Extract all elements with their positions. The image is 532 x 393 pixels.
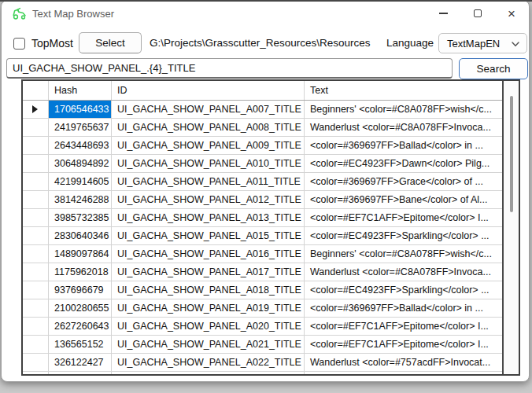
close-button[interactable]: ×	[494, 1, 529, 26]
text-cell[interactable]: <color=#369697FF>Bane</color> of Al...	[305, 191, 502, 209]
row-selector-cell[interactable]	[23, 101, 49, 119]
hash-cell[interactable]: 1706546433	[49, 101, 112, 119]
row-selector-cell[interactable]	[23, 372, 49, 374]
id-cell[interactable]: UI_GACHA_SHOW_PANEL_A018_TITLE	[112, 281, 305, 299]
table-row[interactable]: 1175962018UI_GACHA_SHOW_PANEL_A017_TITLE…	[23, 263, 502, 281]
id-cell[interactable]: UI_GACHA_SHOW_PANEL_A016_TITLE	[112, 245, 305, 263]
table-row[interactable]: 3985732385UI_GACHA_SHOW_PANEL_A013_TITLE…	[23, 209, 502, 227]
table-row[interactable]: 2100280655UI_GACHA_SHOW_PANEL_A019_TITLE…	[23, 299, 502, 318]
maximize-button[interactable]	[460, 1, 495, 26]
select-button[interactable]: Select	[79, 32, 142, 53]
table-row[interactable]: 2643448693UI_GACHA_SHOW_PANEL_A009_TITLE…	[23, 137, 502, 155]
text-cell[interactable]: <color=#EC4923FF>Sparkling</color> ...	[305, 281, 502, 299]
text-cell[interactable]: Wanderlust <color=#757acdFF>Invocat...	[305, 354, 502, 372]
row-selector-cell[interactable]	[23, 155, 49, 173]
column-header-id[interactable]: ID	[112, 81, 305, 100]
table-row[interactable]: 937696679UI_GACHA_SHOW_PANEL_A018_TITLE<…	[23, 281, 502, 299]
row-selector-cell[interactable]	[23, 209, 49, 227]
row-selector-cell[interactable]	[23, 336, 49, 354]
hash-cell[interactable]: 2643448693	[49, 137, 112, 155]
column-header-text[interactable]: Text	[305, 81, 502, 100]
row-selector-cell[interactable]	[23, 263, 49, 281]
row-selector-cell[interactable]	[23, 191, 49, 209]
text-cell[interactable]: <color=#369697FF>Grace</color> of ...	[305, 173, 502, 191]
topmost-checkbox[interactable]	[13, 38, 25, 50]
hash-cell[interactable]: 4219914605	[49, 173, 112, 191]
text-cell[interactable]: Beginners' <color=#C8A078FF>wish</c...	[305, 245, 502, 263]
select-button-label: Select	[95, 37, 125, 49]
id-cell[interactable]: UI_GACHA_SHOW_PANEL_A022_TITLE	[112, 354, 305, 372]
text-cell[interactable]: <color=#369697FF>Ballad</color> in ...	[305, 299, 502, 318]
hash-cell[interactable]: 136565152	[49, 336, 112, 354]
table-row[interactable]: 2419765637UI_GACHA_SHOW_PANEL_A008_TITLE…	[23, 119, 502, 137]
id-cell[interactable]: UI_GACHA_SHOW_PANEL_A007_TITLE	[112, 101, 305, 119]
current-row-arrow-icon	[32, 105, 38, 113]
scrollbar-thumb[interactable]	[510, 96, 513, 212]
text-cell[interactable]: <color=#EF7C1AFF>Epitome</color> I...	[305, 209, 502, 227]
table-row[interactable]: 326122427UI_GACHA_SHOW_PANEL_A022_TITLEW…	[23, 354, 502, 372]
row-selector-cell[interactable]	[23, 173, 49, 191]
id-cell[interactable]: UI_GACHA_SHOW_PANEL_A015_TITLE	[112, 227, 305, 245]
maximize-icon	[474, 9, 482, 17]
minimize-button[interactable]	[426, 1, 460, 26]
table-row[interactable]	[23, 372, 502, 374]
row-selector-header[interactable]	[23, 81, 49, 100]
id-cell[interactable]: UI_GACHA_SHOW_PANEL_A010_TITLE	[112, 155, 305, 173]
hash-cell[interactable]: 2100280655	[49, 299, 112, 318]
app-window: Text Map Browser × TopMost Select G:\Pro…	[1, 0, 530, 382]
text-cell[interactable]	[305, 372, 502, 374]
id-cell[interactable]: UI_GACHA_SHOW_PANEL_A009_TITLE	[112, 137, 305, 155]
id-cell[interactable]	[112, 372, 305, 374]
id-cell[interactable]: UI_GACHA_SHOW_PANEL_A021_TITLE	[112, 336, 305, 354]
hash-cell[interactable]: 3985732385	[49, 209, 112, 227]
id-cell[interactable]: UI_GACHA_SHOW_PANEL_A013_TITLE	[112, 209, 305, 227]
table-row[interactable]: 1489097864UI_GACHA_SHOW_PANEL_A016_TITLE…	[23, 245, 502, 263]
row-selector-cell[interactable]	[23, 245, 49, 263]
text-cell[interactable]: <color=#EC4923FF>Sparkling</color> ...	[305, 227, 502, 245]
search-input[interactable]	[6, 58, 453, 79]
title-bar[interactable]: Text Map Browser ×	[2, 1, 529, 28]
hash-cell[interactable]: 3064894892	[49, 155, 112, 173]
table-row[interactable]: 136565152UI_GACHA_SHOW_PANEL_A021_TITLE<…	[23, 336, 502, 354]
row-selector-cell[interactable]	[23, 137, 49, 155]
hash-cell[interactable]: 937696679	[49, 281, 112, 299]
id-cell[interactable]: UI_GACHA_SHOW_PANEL_A020_TITLE	[112, 318, 305, 336]
id-cell[interactable]: UI_GACHA_SHOW_PANEL_A011_TITLE	[112, 173, 305, 191]
hash-cell[interactable]: 2830640346	[49, 227, 112, 245]
table-row[interactable]: 3814246288UI_GACHA_SHOW_PANEL_A012_TITLE…	[23, 191, 502, 209]
table-row[interactable]: 2627260643UI_GACHA_SHOW_PANEL_A020_TITLE…	[23, 318, 502, 336]
language-dropdown[interactable]: TextMapEN	[438, 33, 527, 53]
hash-cell[interactable]: 2419765637	[49, 119, 112, 137]
row-selector-cell[interactable]	[23, 119, 49, 137]
hash-cell[interactable]: 2627260643	[49, 318, 112, 336]
text-cell[interactable]: Wanderlust <color=#C8A078FF>Invoca...	[305, 119, 502, 137]
search-button[interactable]: Search	[459, 58, 528, 79]
text-cell[interactable]: Beginners' <color=#C8A078FF>wish</c...	[305, 101, 502, 119]
hash-cell[interactable]: 1489097864	[49, 245, 112, 263]
vertical-scrollbar[interactable]	[502, 81, 519, 374]
text-cell[interactable]: <color=#EF7C1AFF>Epitome</color> I...	[305, 318, 502, 336]
table-row[interactable]: 1706546433UI_GACHA_SHOW_PANEL_A007_TITLE…	[23, 101, 502, 119]
id-cell[interactable]: UI_GACHA_SHOW_PANEL_A008_TITLE	[112, 119, 305, 137]
table-row[interactable]: 3064894892UI_GACHA_SHOW_PANEL_A010_TITLE…	[23, 155, 502, 173]
id-cell[interactable]: UI_GACHA_SHOW_PANEL_A017_TITLE	[112, 263, 305, 281]
text-cell[interactable]: <color=#EF7C1AFF>Epitome</color> I...	[305, 336, 502, 354]
row-selector-cell[interactable]	[23, 318, 49, 336]
column-header-hash[interactable]: Hash	[49, 81, 112, 100]
table-row[interactable]: 4219914605UI_GACHA_SHOW_PANEL_A011_TITLE…	[23, 173, 502, 191]
id-cell[interactable]: UI_GACHA_SHOW_PANEL_A012_TITLE	[112, 191, 305, 209]
hash-cell[interactable]: 1175962018	[49, 263, 112, 281]
id-cell[interactable]: UI_GACHA_SHOW_PANEL_A019_TITLE	[112, 299, 305, 318]
hash-cell[interactable]: 326122427	[49, 354, 112, 372]
hash-cell[interactable]	[49, 372, 112, 374]
hash-cell[interactable]: 3814246288	[49, 191, 112, 209]
chevron-down-icon	[512, 42, 519, 47]
text-cell[interactable]: <color=#369697FF>Ballad</color> in ...	[305, 137, 502, 155]
row-selector-cell[interactable]	[23, 299, 49, 318]
text-cell[interactable]: Wanderlust <color=#C8A078FF>Invoca...	[305, 263, 502, 281]
row-selector-cell[interactable]	[23, 281, 49, 299]
row-selector-cell[interactable]	[23, 227, 49, 245]
row-selector-cell[interactable]	[23, 354, 49, 372]
text-cell[interactable]: <color=#EC4923FF>Dawn</color> Pilg...	[305, 155, 502, 173]
table-row[interactable]: 2830640346UI_GACHA_SHOW_PANEL_A015_TITLE…	[23, 227, 502, 245]
